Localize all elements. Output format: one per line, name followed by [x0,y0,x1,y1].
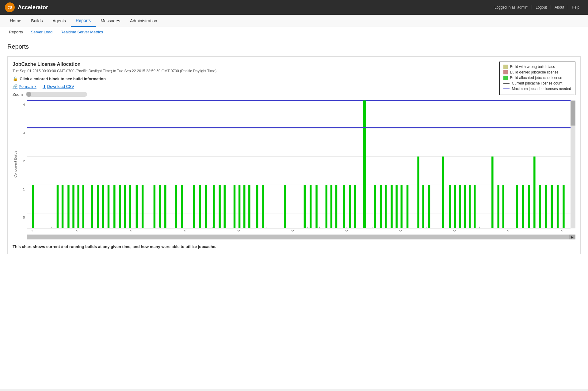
horizontal-scrollbar[interactable]: ▶ [27,235,575,239]
legend-label-allocated: Build allocated jobcache license [510,76,562,80]
svg-rect-36 [239,185,240,228]
topbar-right: Logged in as 'admin' Logout About Help [491,5,583,9]
chart-wrapper: Concurrent Builds 4 3 2 1 0 [13,100,575,239]
subtab-reports[interactable]: Reports [5,27,27,37]
svg-rect-74 [528,185,530,228]
legend-label-denied: Build denied jobcache license [510,70,559,74]
click-info-text: Click a colored block to see build infor… [20,77,106,81]
help-link[interactable]: Help [572,5,579,9]
page-title: Reports [7,43,581,50]
nav-messages[interactable]: Messages [96,15,125,26]
scrollbar-horizontal-thumb[interactable] [27,235,569,239]
nav-reports[interactable]: Reports [71,15,96,27]
subtab-realtime[interactable]: Realtime Server Metrics [56,27,107,37]
svg-rect-46 [330,185,332,228]
x-label-sep21: Sep 21 [560,230,570,232]
nav-administration[interactable]: Administration [125,15,162,26]
svg-rect-55 [391,185,392,228]
svg-rect-15 [97,185,99,228]
nav-agents[interactable]: Agents [48,15,71,26]
svg-rect-27 [175,185,177,228]
chart-footer: This chart shows current # of running bu… [13,244,575,249]
x-label-sep07: Sep 07 [183,230,193,232]
zoom-slider[interactable] [26,92,87,97]
svg-rect-48 [343,185,345,228]
topbar-left: CB Accelerator [5,2,48,12]
svg-rect-7 [32,185,34,228]
y-tick-2: 2 [18,159,25,163]
svg-rect-45 [326,185,327,228]
svg-rect-56 [395,185,397,228]
legend-color-wrong [503,65,508,69]
svg-rect-33 [219,185,220,228]
legend-item-current: Current jobcache license count [503,81,571,85]
permalink-link[interactable]: 🔗 Permalink [13,84,36,89]
svg-rect-66 [464,185,466,228]
svg-rect-68 [474,185,475,228]
svg-rect-73 [522,185,524,228]
x-label-sep05: Sep 05 [129,230,139,232]
svg-rect-29 [193,185,195,228]
y-tick-1: 1 [18,187,25,191]
right-scrollbar[interactable] [571,100,575,228]
about-link[interactable]: About [555,5,564,9]
scrollbar-right-arrow[interactable]: ▶ [569,235,575,239]
chart-plot[interactable] [27,100,571,228]
svg-rect-21 [129,185,131,228]
svg-rect-40 [262,185,264,228]
svg-rect-72 [516,185,518,228]
svg-rect-63 [449,185,451,228]
svg-rect-35 [234,185,235,228]
svg-rect-75 [533,156,535,228]
svg-rect-23 [142,185,143,228]
chart-svg [27,100,571,228]
click-info: 🔒 Click a colored block to see build inf… [13,76,575,81]
y-axis-label: Concurrent Builds [13,100,18,228]
svg-rect-25 [159,185,161,228]
legend-line-max [503,88,510,89]
svg-rect-65 [459,185,461,228]
svg-rect-14 [91,185,93,228]
svg-rect-78 [551,185,553,228]
y-axis: 4 3 2 1 0 [18,100,27,228]
svg-rect-39 [256,185,258,228]
legend-item-wrong: Build with wrong build class [503,65,571,69]
svg-rect-18 [113,185,115,228]
download-csv-link[interactable]: ⬇ Download CSV [43,84,74,89]
lock-icon: 🔒 [13,76,18,81]
svg-rect-17 [108,185,109,228]
zoom-row: Zoom [13,92,575,97]
svg-rect-49 [349,185,351,228]
legend-color-denied [503,70,508,74]
scrollbar-thumb[interactable] [571,101,575,126]
legend-label-max: Maximum jobcache licenses needed [512,87,571,91]
chart-section: Build with wrong build class Build denie… [7,56,581,254]
svg-rect-43 [310,185,311,228]
svg-rect-69 [491,156,493,228]
subtab-server-load[interactable]: Server Load [27,27,57,37]
logout-link[interactable]: Logout [536,5,547,9]
svg-rect-44 [315,185,317,228]
nav-home[interactable]: Home [5,15,26,26]
download-icon: ⬇ [43,84,46,89]
app-title: Accelerator [18,4,48,11]
svg-rect-22 [136,185,138,228]
nav-builds[interactable]: Builds [26,15,48,26]
x-label-sep13: Sep 13 [344,230,354,232]
x-label-sep11: Sep 11 [290,230,300,232]
legend: Build with wrong build class Build denie… [499,62,575,95]
svg-text:CB: CB [8,6,12,9]
svg-rect-51 [363,100,366,228]
svg-rect-79 [557,185,559,228]
svg-rect-64 [454,185,456,228]
svg-rect-80 [563,185,564,228]
legend-item-allocated: Build allocated jobcache license [503,76,571,80]
svg-rect-67 [469,185,471,228]
svg-rect-58 [407,185,408,228]
logged-in-text: Logged in as 'admin' [491,5,532,9]
topbar: CB Accelerator Logged in as 'admin' Logo… [0,0,588,15]
zoom-handle[interactable] [26,92,31,97]
link-icon: 🔗 [13,84,17,89]
svg-rect-8 [57,185,59,228]
x-label-sep09: Sep 09 [236,230,246,232]
